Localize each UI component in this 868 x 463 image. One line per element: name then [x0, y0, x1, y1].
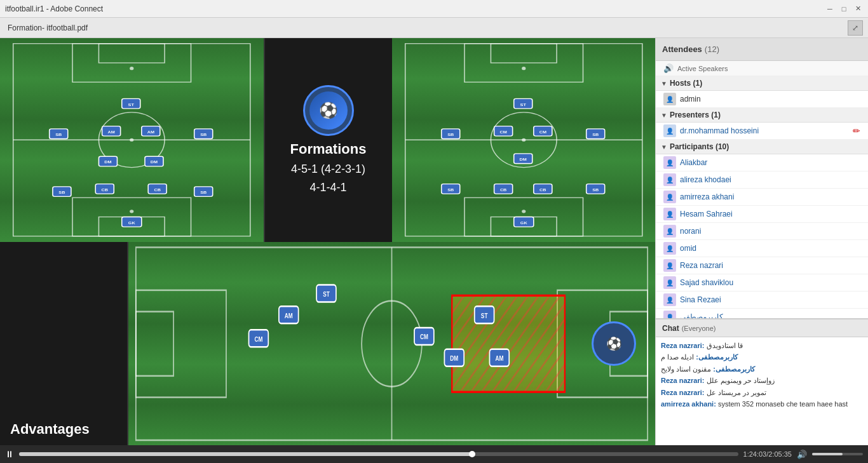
expand-icon: ⤢ [852, 23, 858, 32]
chat-header: Chat (Everyone) [656, 319, 868, 337]
play-button[interactable]: ⏸ [5, 449, 14, 459]
svg-text:SB: SB [592, 133, 599, 137]
participant-row-8[interactable]: 👤Sina Rezaei [656, 292, 868, 309]
participant-row-9[interactable]: 👤کاربرمصطفی [656, 309, 868, 318]
presenter-row-0[interactable]: 👤 dr.mohammad hosseini ✏ [656, 123, 868, 140]
presenters-section-title: Presenters (1) [670, 111, 721, 119]
participant-row-3[interactable]: 👤Hesam Sahraei [656, 206, 868, 223]
participant-row-4[interactable]: 👤norani [656, 223, 868, 240]
speaker-icon: 🔊 [663, 64, 674, 73]
svg-text:CM: CM [420, 333, 428, 341]
minimize-button[interactable]: ─ [825, 4, 835, 14]
svg-text:AM: AM [107, 130, 115, 133]
participant-name-9: کاربرمصطفی [680, 312, 860, 318]
svg-text:DM: DM [450, 354, 458, 362]
chat-message-0: Reza nazrari: قا استادویدق [661, 341, 863, 351]
svg-text:CB: CB [539, 187, 546, 191]
participants-container: 👤Aliakbar👤alireza khodaei👤amirreza akhan… [656, 154, 868, 318]
participant-name-4: norani [680, 227, 860, 236]
titlebar: itfootball.ir1 - Adobe Connect ─ □ ✕ [0, 0, 868, 18]
chat-section: Chat (Everyone) Reza nazrari: قا استادوی… [656, 318, 868, 445]
attendees-count: (12) [705, 44, 719, 54]
right-field: GK SB CB CB SB DM [392, 38, 656, 242]
edit-icon-presenter[interactable]: ✏ [853, 126, 860, 136]
chat-text-2: مقنون استاد ولایح [661, 365, 713, 373]
toolbar: Formation- itfootball.pdf ⤢ [0, 18, 868, 38]
bottom-half: Advantages [0, 242, 655, 446]
svg-rect-39 [491, 44, 557, 63]
svg-text:SB: SB [200, 133, 207, 137]
advantages-title: Advantages [10, 421, 90, 438]
participant-name-7: Sajad shaviklou [680, 278, 860, 287]
participant-row-0[interactable]: 👤Aliakbar [656, 154, 868, 171]
svg-point-6 [130, 67, 133, 70]
svg-text:CB: CB [499, 187, 506, 191]
chat-messages: Reza nazrari: قا استادویدقکاربرمصطفی: اد… [656, 337, 868, 445]
svg-text:CM: CM [539, 130, 546, 133]
time-display: 1:24:03/2:05:35 [743, 450, 792, 458]
chat-sender-0: Reza nazrari: [661, 342, 704, 349]
progress-fill [19, 452, 472, 456]
participant-avatar-6: 👤 [663, 259, 676, 272]
participant-name-5: omid [680, 244, 860, 253]
chat-message-4: Reza nazrari: تمویر در مریستاد عل [661, 388, 863, 398]
volume-bar[interactable] [812, 453, 863, 455]
attendees-list[interactable]: 🔊 Active Speakers ▼ Hosts (1) 👤 admin ▼ … [656, 61, 868, 318]
progress-handle[interactable] [469, 451, 475, 457]
svg-text:SB: SB [447, 187, 454, 191]
svg-text:SB: SB [447, 133, 454, 137]
progress-bar[interactable] [19, 452, 738, 456]
svg-text:GK: GK [128, 220, 135, 224]
bottom-bar: ⏸ 1:24:03/2:05:35 🔊 [0, 445, 868, 463]
participant-row-5[interactable]: 👤omid [656, 240, 868, 257]
hosts-section-header[interactable]: ▼ Hosts (1) [656, 76, 868, 91]
formations-sub: 4-5-1 (4-2-3-1) [291, 163, 365, 176]
bottom-logo: ⚽ [592, 321, 636, 366]
svg-text:CM: CM [254, 335, 262, 343]
expand-button[interactable]: ⤢ [848, 20, 863, 36]
svg-rect-69 [136, 290, 226, 397]
svg-text:SB: SB [592, 187, 599, 191]
svg-text:AM: AM [147, 130, 155, 133]
svg-text:CB: CB [154, 187, 161, 191]
host-name-admin: admin [680, 95, 860, 104]
participant-name-0: Aliakbar [680, 158, 860, 167]
active-speakers-label: Active Speakers [677, 65, 728, 72]
chat-sender-4: Reza nazrari: [661, 389, 704, 396]
chat-sender-3: Reza nazrari: [661, 377, 704, 384]
presentation-stage: GK SB CB CB SB DM [0, 38, 655, 445]
svg-text:DM: DM [519, 158, 527, 161]
chat-message-1: کاربرمصطفی: ادیله صدا م [661, 352, 863, 362]
chat-message-3: Reza nazrari: زوإستاد حر ويمنويم علل [661, 376, 863, 386]
document-title: Formation- itfootball.pdf [5, 23, 88, 32]
volume-icon[interactable]: 🔊 [797, 450, 807, 459]
attendees-header: Attendees (12) [656, 38, 868, 61]
chat-text-0: قا استادویدق [704, 342, 742, 349]
participant-row-1[interactable]: 👤alireza khodaei [656, 171, 868, 189]
participant-row-6[interactable]: 👤Reza nazrari [656, 257, 868, 274]
close-button[interactable]: ✕ [853, 4, 863, 14]
app: Formation- itfootball.pdf ⤢ [0, 18, 868, 463]
presenters-section-header[interactable]: ▼ Presenters (1) [656, 108, 868, 123]
chat-message-2: کاربرمصطفی: مقنون استاد ولایح [661, 365, 863, 374]
participants-section-header[interactable]: ▼ Participants (10) [656, 140, 868, 154]
presenters-arrow-icon: ▼ [661, 112, 667, 119]
formations-logo: ⚽ [303, 85, 354, 136]
participant-avatar-8: 👤 [663, 293, 676, 306]
chat-text-3: زوإستاد حر ويمنويم علل [704, 377, 774, 384]
maximize-button[interactable]: □ [839, 4, 849, 14]
content-area: GK SB CB CB SB DM [0, 38, 868, 445]
presenter-avatar-0: 👤 [663, 124, 676, 137]
svg-text:SB: SB [58, 191, 65, 194]
participant-avatar-4: 👤 [663, 225, 676, 238]
svg-text:ST: ST [520, 102, 526, 106]
participant-row-2[interactable]: 👤amirreza akhani [656, 189, 868, 206]
svg-text:AM: AM [495, 354, 503, 362]
participant-row-7[interactable]: 👤Sajad shaviklou [656, 274, 868, 292]
volume-fill [812, 453, 843, 455]
chat-text-5: system 352 monaseb che team haee hast [716, 400, 848, 408]
host-row-admin[interactable]: 👤 admin [656, 91, 868, 108]
participant-avatar-2: 👤 [663, 191, 676, 203]
svg-text:DM: DM [151, 160, 158, 164]
participants-section-title: Participants (10) [670, 142, 729, 151]
